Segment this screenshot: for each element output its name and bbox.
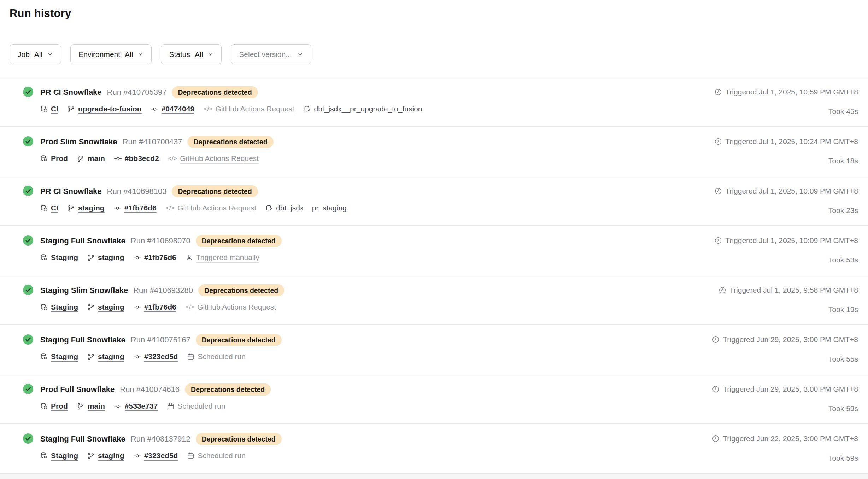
job-name-link[interactable]: Staging Full Snowflake [40, 434, 125, 444]
commit-item[interactable]: #323cd5d [134, 451, 178, 460]
job-name-link[interactable]: PR CI Snowflake [40, 187, 102, 196]
run-number: Run #410074616 [120, 385, 180, 394]
run-row[interactable]: Prod Slim Snowflake Run #410700437 Depre… [0, 127, 868, 176]
run-row[interactable]: Staging Full Snowflake Run #408137912 De… [0, 424, 868, 473]
run-number: Run #410700437 [123, 137, 182, 146]
branch-item[interactable]: staging [87, 303, 124, 311]
job-name-link[interactable]: Staging Full Snowflake [40, 335, 125, 345]
environment-item[interactable]: Staging [40, 303, 78, 311]
environment-item[interactable]: CI [40, 105, 58, 113]
environment-link[interactable]: CI [51, 105, 58, 113]
commit-link[interactable]: #1fb76d6 [124, 204, 157, 212]
run-success-icon [23, 235, 33, 246]
run-row[interactable]: PR CI Snowflake Run #410698103 Deprecati… [0, 176, 868, 226]
environment-link[interactable]: Staging [51, 253, 78, 262]
branch-link[interactable]: main [88, 154, 105, 163]
commit-item[interactable]: #533e737 [114, 402, 158, 410]
branch-link[interactable]: main [88, 402, 105, 410]
clock-icon [714, 237, 722, 244]
job-filter-button[interactable]: Job All [10, 44, 61, 64]
environment-item[interactable]: Staging [40, 253, 78, 262]
git-branch-icon [68, 105, 75, 113]
branch-item[interactable]: staging [87, 451, 124, 460]
environment-item[interactable]: CI [40, 204, 58, 212]
git-commit-icon [114, 204, 121, 212]
environment-link[interactable]: CI [51, 204, 58, 212]
run-number: Run #410075167 [131, 335, 190, 345]
commit-item[interactable]: #1fb76d6 [134, 253, 176, 262]
environment-link[interactable]: Staging [51, 451, 78, 460]
run-success-icon [23, 87, 33, 97]
deprecations-badge: Deprecations detected [196, 334, 282, 346]
job-name-link[interactable]: Prod Full Snowflake [40, 385, 115, 394]
trigger-label: GitHub Actions Request [177, 204, 256, 212]
commit-item[interactable]: #323cd5d [134, 352, 178, 361]
run-success-icon [23, 433, 33, 444]
run-duration: Took 18s [828, 157, 858, 165]
branch-item[interactable]: staging [87, 352, 124, 361]
branch-link[interactable]: staging [98, 352, 124, 361]
run-row[interactable]: Staging Full Snowflake Run #410075167 De… [0, 325, 868, 374]
environment-item[interactable]: Staging [40, 451, 78, 460]
environment-item[interactable]: Staging [40, 352, 78, 361]
branch-link[interactable]: staging [78, 204, 105, 212]
commit-item[interactable]: #1fb76d6 [114, 204, 157, 212]
git-commit-icon [134, 452, 141, 460]
triggered-at-text: Triggered Jul 1, 2025, 10:24 PM GMT+8 [725, 137, 858, 146]
commit-link[interactable]: #323cd5d [144, 451, 178, 460]
job-name-link[interactable]: Staging Full Snowflake [40, 236, 125, 246]
environment-link[interactable]: Staging [51, 303, 78, 311]
branch-item[interactable]: main [77, 402, 105, 410]
commit-item[interactable]: #bb3ecd2 [114, 154, 159, 163]
environment-item[interactable]: Prod [40, 154, 68, 163]
git-branch-icon [68, 204, 75, 212]
commit-link[interactable]: #323cd5d [144, 352, 178, 361]
status-filter-button[interactable]: Status All [161, 44, 222, 64]
commit-link[interactable]: #bb3ecd2 [125, 154, 159, 163]
environment-link[interactable]: Prod [51, 402, 68, 410]
commit-link[interactable]: #533e737 [125, 402, 158, 410]
environment-database-icon [40, 452, 48, 460]
job-name-link[interactable]: PR CI Snowflake [40, 88, 102, 97]
environment-link[interactable]: Prod [51, 154, 68, 163]
page-title: Run history [10, 7, 868, 20]
environment-filter-button[interactable]: Environment All [70, 44, 152, 64]
run-row[interactable]: Prod Full Snowflake Run #410074616 Depre… [0, 374, 868, 424]
clock-icon [712, 435, 720, 443]
branch-item[interactable]: upgrade-to-fusion [68, 105, 142, 113]
branch-link[interactable]: staging [98, 253, 124, 262]
chevron-down-icon [297, 51, 303, 57]
environment-database-icon [40, 254, 48, 261]
branch-item[interactable]: staging [87, 253, 124, 262]
run-row[interactable]: PR CI Snowflake Run #410705397 Deprecati… [0, 77, 868, 127]
triggered-at: Triggered Jul 1, 2025, 9:58 PM GMT+8 [719, 286, 858, 294]
environment-database-icon [40, 403, 48, 410]
environment-item[interactable]: Prod [40, 402, 68, 410]
run-row[interactable]: Staging Slim Snowflake Run #410693280 De… [0, 275, 868, 325]
job-name-link[interactable]: Staging Slim Snowflake [40, 286, 128, 295]
commit-link[interactable]: #0474049 [162, 105, 194, 113]
chevron-down-icon [207, 51, 213, 57]
commit-link[interactable]: #1fb76d6 [144, 303, 176, 311]
commit-item[interactable]: #0474049 [151, 105, 194, 113]
branch-item[interactable]: staging [68, 204, 105, 212]
run-row[interactable]: Staging Full Snowflake Run #410698070 De… [0, 226, 868, 275]
job-name-link[interactable]: Prod Slim Snowflake [40, 137, 117, 146]
environment-database-icon [40, 304, 48, 311]
version-filter-select[interactable]: Select version... [231, 44, 311, 64]
code-trigger-icon: </> [168, 155, 177, 162]
branch-link[interactable]: staging [98, 303, 124, 311]
git-branch-icon [87, 254, 95, 261]
commit-item[interactable]: #1fb76d6 [134, 303, 176, 311]
environment-link[interactable]: Staging [51, 352, 78, 361]
run-number: Run #410698103 [107, 187, 167, 196]
status-filter-label: Status [169, 50, 190, 59]
commit-link[interactable]: #1fb76d6 [144, 253, 176, 262]
git-branch-icon [87, 304, 95, 311]
branch-link[interactable]: upgrade-to-fusion [78, 105, 142, 113]
branch-item[interactable]: main [77, 154, 105, 163]
triggered-at-text: Triggered Jun 22, 2025, 3:00 PM GMT+8 [723, 434, 858, 443]
branch-link[interactable]: staging [98, 451, 124, 460]
triggered-at-text: Triggered Jun 29, 2025, 3:00 PM GMT+8 [723, 335, 858, 344]
deprecations-badge: Deprecations detected [185, 383, 271, 396]
